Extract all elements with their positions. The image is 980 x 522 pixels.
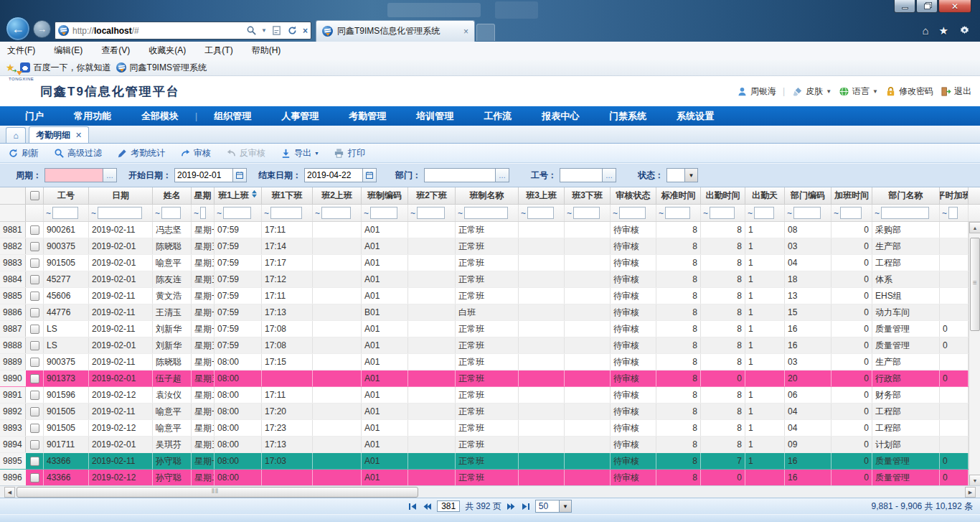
column-filter-input[interactable] (710, 207, 735, 219)
column-header[interactable]: 星期 (192, 187, 215, 204)
column-filter-input[interactable] (527, 207, 554, 219)
column-filter-input[interactable] (948, 207, 958, 219)
logout-button[interactable]: 退出 (940, 85, 971, 98)
table-row[interactable]: 9886447762019-02-11王清玉星期一07:5917:13B01白班… (0, 304, 980, 321)
nav-item[interactable]: 报表中心 (527, 110, 594, 123)
column-header[interactable]: 标准时间 (656, 187, 701, 204)
row-checkbox[interactable] (30, 440, 39, 449)
table-row[interactable]: 98839015052019-02-01喻意平星期五07:5917:17A01正… (0, 255, 980, 271)
column-header[interactable]: 日期 (89, 187, 153, 204)
column-filter-input[interactable] (223, 207, 251, 219)
row-checkbox-cell[interactable] (26, 255, 44, 271)
row-checkbox[interactable] (30, 358, 39, 367)
language-menu[interactable]: 语言 ▼ (838, 85, 878, 98)
stats-button[interactable]: 考勤统计 (116, 147, 165, 159)
row-checkbox-cell[interactable] (26, 387, 44, 403)
column-header[interactable]: 姓名 (153, 187, 192, 204)
row-checkbox-cell[interactable] (26, 437, 44, 452)
row-checkbox[interactable] (30, 341, 39, 350)
column-filter-input[interactable] (161, 207, 181, 219)
row-checkbox[interactable] (30, 275, 39, 284)
scroll-left-icon[interactable]: ◀ (4, 487, 15, 498)
audit-button[interactable]: 审核 (179, 147, 211, 159)
close-button[interactable]: ✕ (938, 0, 971, 13)
column-filter-input[interactable] (52, 207, 78, 219)
column-header[interactable]: 出勤天 (745, 187, 785, 204)
department-picker-button[interactable]: … (496, 168, 509, 182)
next-page-button[interactable] (507, 503, 516, 511)
column-header[interactable]: 班2下班 (408, 187, 456, 204)
nav-item[interactable]: 系统设置 (661, 110, 729, 123)
nav-item[interactable]: 全部模块 (126, 110, 194, 123)
row-checkbox-cell[interactable] (26, 271, 44, 287)
row-checkbox-cell[interactable] (26, 354, 44, 370)
row-checkbox[interactable] (30, 258, 39, 268)
column-filter-input[interactable] (321, 207, 351, 219)
nav-item[interactable]: 考勤管理 (334, 110, 401, 123)
favorites-star-icon[interactable]: ★ (939, 24, 948, 37)
nav-item[interactable]: 组织管理 (199, 110, 266, 123)
home-tab[interactable]: ⌂ (6, 127, 26, 143)
row-checkbox-cell[interactable] (26, 288, 44, 304)
table-row[interactable]: 98899003752019-02-11陈晓聪星期一08:0017:15A01正… (0, 354, 980, 370)
table-row[interactable]: 9884452772019-02-01陈友连星期五07:5917:12A01正常… (0, 271, 980, 288)
select-all-header[interactable] (26, 187, 44, 204)
column-header[interactable]: 工号 (44, 187, 89, 204)
page-number-input[interactable] (437, 500, 460, 512)
row-checkbox[interactable] (30, 225, 39, 235)
table-row[interactable]: 98939015052019-02-12喻意平星期二08:0017:23A01正… (0, 420, 980, 437)
end-date-input[interactable] (304, 168, 363, 182)
table-row[interactable]: 9887LS2019-02-11刘新华星期一07:5917:08A01正常班待审… (0, 321, 980, 337)
skin-menu[interactable]: 皮肤 ▼ (791, 85, 831, 98)
scroll-right-icon[interactable]: ▶ (965, 487, 976, 498)
calendar-icon[interactable] (363, 168, 377, 182)
select-all-checkbox[interactable] (30, 191, 39, 200)
row-checkbox-cell[interactable] (26, 420, 44, 436)
table-row[interactable]: 98909013732019-02-01伍子超星期五08:00A01正常班待审核… (0, 370, 980, 387)
minimize-button[interactable] (894, 0, 915, 13)
horizontal-scroll-thumb[interactable] (17, 487, 418, 498)
column-header[interactable]: 班制名称 (456, 187, 519, 204)
department-input[interactable] (424, 168, 496, 182)
table-row[interactable]: 98929015052019-02-11喻意平星期一08:0017:20A01正… (0, 404, 980, 420)
row-checkbox-cell[interactable] (26, 222, 44, 238)
table-row[interactable]: 98949017112019-02-01吴琪芬星期五08:0017:13A01正… (0, 437, 980, 453)
calendar-icon[interactable] (233, 168, 247, 182)
column-filter-input[interactable] (573, 207, 600, 219)
address-bar[interactable]: http://localhost/# ▼ × (55, 22, 311, 39)
tab-close-icon[interactable]: × (463, 27, 468, 37)
vertical-scrollbar[interactable]: ▲ ▼ (969, 222, 980, 486)
period-picker-button[interactable]: … (103, 168, 117, 182)
column-header[interactable]: 部门编码 (785, 187, 831, 204)
add-favorite-icon[interactable]: ★➜ (6, 62, 15, 73)
period-input[interactable] (44, 168, 103, 182)
column-header[interactable]: 审核状态 (611, 187, 656, 204)
row-checkbox-cell[interactable] (26, 404, 44, 419)
row-checkbox-cell[interactable] (26, 304, 44, 320)
menu-item[interactable]: 帮助(H) (252, 45, 281, 57)
column-filter-input[interactable] (370, 207, 397, 219)
row-checkbox[interactable] (30, 457, 39, 466)
horizontal-scrollbar[interactable]: ◀ ▶ (0, 485, 980, 498)
row-checkbox-cell[interactable] (26, 470, 44, 485)
column-header[interactable]: 班3上班 (519, 187, 565, 204)
favorite-item-baidu[interactable]: 百度一下，你就知道 (20, 62, 111, 74)
row-checkbox[interactable] (30, 473, 39, 483)
change-password-button[interactable]: 修改密码 (885, 85, 933, 98)
stop-icon[interactable]: × (303, 26, 308, 36)
table-row[interactable]: 9896433662019-02-12孙守聪星期二08:00A01正常班待审核8… (0, 470, 980, 486)
table-row[interactable]: 98819002612019-02-11冯志坚星期一07:5917:11A01正… (0, 222, 980, 238)
column-header[interactable]: 部门名称 (872, 187, 940, 204)
back-button[interactable]: ← (6, 17, 30, 41)
column-filter-input[interactable] (464, 207, 508, 219)
refresh-button[interactable]: 刷新 (7, 147, 39, 159)
print-button[interactable]: 打印 (334, 147, 365, 159)
nav-item[interactable]: 培训管理 (401, 110, 468, 123)
compatibility-view-icon[interactable] (271, 25, 283, 37)
row-checkbox-cell[interactable] (26, 337, 44, 353)
search-icon[interactable] (245, 25, 257, 37)
row-checkbox[interactable] (30, 424, 39, 433)
column-filter-input[interactable] (270, 207, 302, 219)
search-dropdown-icon[interactable]: ▼ (261, 27, 267, 34)
column-filter-input[interactable] (840, 207, 862, 219)
